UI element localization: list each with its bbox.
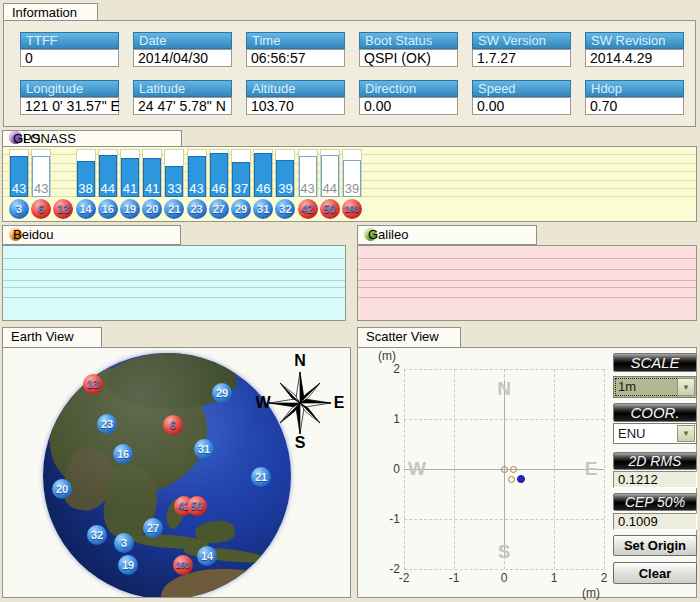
- cep-value: 0.1009: [613, 513, 697, 530]
- scatter-point: [510, 466, 517, 473]
- rms-header: 2D RMS: [613, 452, 697, 470]
- info-field-label: Boot Status: [359, 32, 458, 49]
- panel-gridline: [358, 297, 696, 298]
- tab-beidou[interactable]: Beidou: [2, 225, 181, 245]
- panel-gridline: [358, 269, 696, 270]
- info-field-longitude: Longitude121 0' 31.57" E: [20, 80, 119, 116]
- panel-gridline: [3, 287, 345, 288]
- signal-bar-track: 39: [342, 149, 362, 197]
- chevron-down-icon[interactable]: ▼: [677, 425, 695, 442]
- signal-bar-track: 46: [209, 149, 229, 197]
- satellite-id-badge: 21: [164, 199, 184, 219]
- satellite-id-badge: 13: [53, 199, 73, 219]
- signal-legend: GPS GLONASS: [2, 130, 182, 147]
- clear-button[interactable]: Clear: [613, 562, 697, 584]
- panel-gridline: [3, 297, 345, 298]
- satellite-id-badge: 20: [142, 199, 162, 219]
- tab-scatter-view[interactable]: Scatter View: [357, 327, 461, 348]
- beidou-area: [2, 245, 346, 321]
- satellite-id-badge: 42: [298, 199, 318, 219]
- scale-header: SCALE: [613, 353, 697, 372]
- info-field-value: 2014.4.29: [585, 49, 684, 67]
- info-field-value: 103.70: [246, 97, 345, 115]
- info-field-label: SW Revision: [585, 32, 684, 49]
- compass-e-label: E: [334, 394, 345, 411]
- coor-select-value: ENU: [618, 426, 645, 441]
- satellite-marker: 19: [118, 555, 138, 575]
- snr-value: 44: [99, 181, 117, 197]
- info-field-value: 24 47' 5.78" N: [133, 97, 232, 115]
- satellite-id-badge: 31: [253, 199, 273, 219]
- snr-value: 41: [121, 181, 139, 197]
- signal-bar-track: 41: [142, 149, 162, 197]
- snr-value: 43: [188, 181, 206, 197]
- y-tick-label: 1: [374, 412, 400, 426]
- info-field-hdop: Hdop0.70: [585, 80, 684, 116]
- satellite-id-badge: 23: [187, 199, 207, 219]
- scatter-box: NSWE210-1-2-2-1012(m)(m) SCALE 1m ▼ COOR…: [357, 347, 697, 598]
- tab-information[interactable]: Information: [3, 3, 98, 21]
- signal-bar-track: 38: [76, 149, 96, 197]
- snr-value: 44: [321, 181, 339, 197]
- scatter-n-label: N: [492, 377, 516, 401]
- info-field-label: SW Version: [472, 32, 571, 49]
- info-field-altitude: Altitude103.70: [246, 80, 345, 116]
- panel-gridline: [3, 280, 345, 281]
- satellite-marker: 21: [251, 467, 271, 487]
- x-tick-label: 1: [542, 571, 566, 585]
- rms-value: 0.1212: [613, 471, 697, 488]
- satellite-marker: 31: [194, 439, 214, 459]
- snr-value: 39: [343, 181, 361, 197]
- set-origin-button[interactable]: Set Origin: [613, 535, 697, 556]
- x-tick-label: -1: [442, 571, 466, 585]
- chevron-down-icon[interactable]: ▼: [677, 378, 695, 396]
- galileo-label: Galileo: [368, 226, 408, 244]
- info-field-speed: Speed0.00: [472, 80, 571, 116]
- satellite-id-badge: 14: [76, 199, 96, 219]
- compass-s-label: S: [295, 434, 306, 450]
- panel-gridline: [3, 269, 345, 270]
- signal-bar-track: 39: [275, 149, 295, 197]
- beidou-label: Beidou: [13, 226, 53, 244]
- snr-value: 43: [299, 181, 317, 197]
- info-field-value: 0.00: [359, 97, 458, 115]
- info-field-direction: Direction0.00: [359, 80, 458, 116]
- satellite-marker: 14: [197, 546, 217, 566]
- coor-select[interactable]: ENU ▼: [613, 423, 697, 444]
- info-field-value: 0.70: [585, 97, 684, 115]
- glonass-legend-label: GLONASS: [13, 131, 76, 146]
- satellite-marker: 27: [143, 518, 163, 538]
- snr-value: 39: [276, 181, 294, 197]
- signal-bar-track: 33: [164, 149, 184, 197]
- scatter-e-label: E: [579, 457, 603, 481]
- scatter-point: [501, 466, 508, 473]
- satellite-id-badge: 32: [275, 199, 295, 219]
- info-field-label: Date: [133, 32, 232, 49]
- info-field-value: 0: [20, 49, 119, 67]
- satellite-id-badge: 27: [209, 199, 229, 219]
- satellite-id-badge: 29: [231, 199, 251, 219]
- compass-w-label: W: [255, 394, 271, 411]
- satellite-marker: 3: [114, 533, 134, 553]
- info-field-time: Time06:56:57: [246, 32, 345, 68]
- tab-earth-view[interactable]: Earth View: [2, 327, 102, 348]
- satellite-marker: 193: [173, 555, 193, 575]
- signal-bar-track: 44: [98, 149, 118, 197]
- compass-n-label: N: [294, 352, 306, 369]
- signal-bar-track: 44: [320, 149, 340, 197]
- signal-bar-track: 43: [9, 149, 29, 197]
- y-axis-unit: (m): [378, 349, 396, 363]
- plot-gridline-v: [604, 369, 605, 569]
- snr-value: 46: [210, 181, 228, 197]
- info-field-value: 0.00: [472, 97, 571, 115]
- scatter-point: [508, 476, 515, 483]
- snr-value: 33: [165, 181, 183, 197]
- signal-bar-track: 43: [298, 149, 318, 197]
- scatter-s-label: S: [492, 540, 516, 564]
- tab-galileo[interactable]: Galileo: [357, 225, 537, 245]
- info-field-label: TTFF: [20, 32, 119, 49]
- info-field-label: Direction: [359, 80, 458, 97]
- coor-header: COOR.: [613, 403, 697, 422]
- info-field-label: Hdop: [585, 80, 684, 97]
- scale-select[interactable]: 1m ▼: [613, 376, 697, 398]
